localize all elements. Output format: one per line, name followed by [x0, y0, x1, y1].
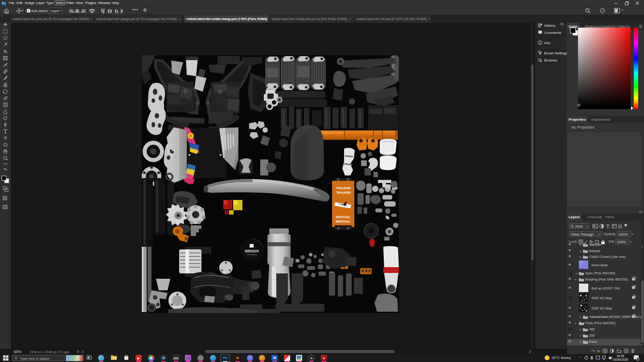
svg-text:RENTHAL: RENTHAL [336, 187, 351, 190]
svg-text:fx: fx [597, 349, 600, 353]
svg-text:RENTHAL: RENTHAL [336, 220, 351, 223]
svg-text:RENTHAL: RENTHAL [336, 216, 351, 219]
svg-text:RENTHAL: RENTHAL [336, 191, 351, 194]
svg-text:HINSON: HINSON [245, 249, 259, 253]
svg-text:?: ? [602, 9, 604, 13]
